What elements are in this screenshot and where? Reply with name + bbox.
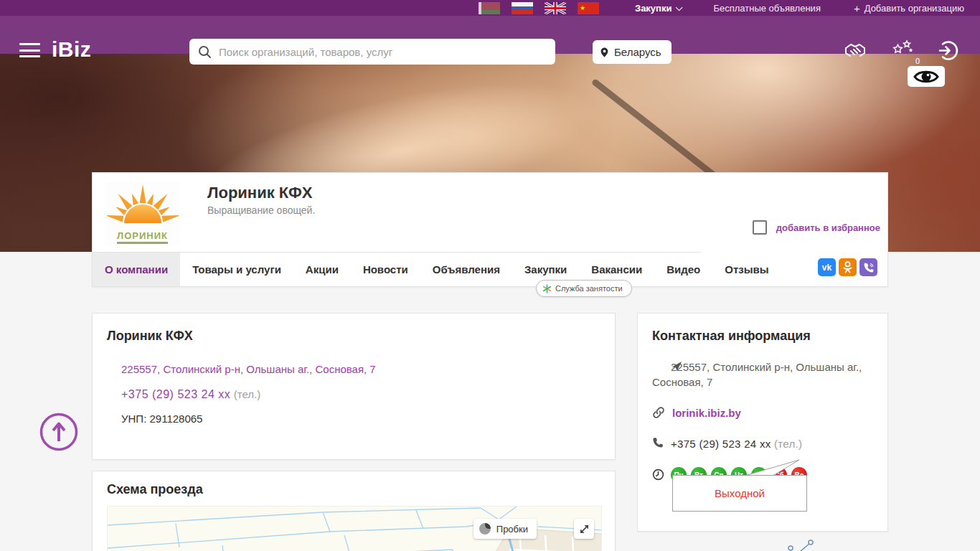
contact-phone-note: (тел.)	[774, 438, 802, 450]
contact-website-row[interactable]: lorinik.ibiz.by	[652, 405, 873, 420]
page: ★ Закупки Бесплатные объявления +Добавит…	[0, 0, 980, 551]
company-activity: Выращивание овощей.	[207, 204, 315, 216]
plus-icon: +	[854, 2, 860, 14]
search-icon	[198, 45, 212, 59]
tab-about[interactable]: О компании	[93, 252, 180, 286]
company-name: Лориник КФХ	[207, 184, 312, 202]
clock-icon	[652, 468, 664, 484]
traffic-label: Пробки	[496, 524, 528, 534]
link-icon	[652, 406, 665, 423]
contact-info-card: Контактная информация 225557, Столинский…	[637, 313, 888, 532]
decorative-illustration	[782, 538, 825, 551]
contact-website-link[interactable]: lorinik.ibiz.by	[672, 407, 741, 419]
company-phone-link[interactable]: +375 (29) 523 24 xx	[121, 388, 230, 401]
map-expand-button[interactable]	[574, 519, 594, 539]
views-eye-button[interactable]	[908, 66, 945, 87]
traffic-button[interactable]: Пробки	[473, 519, 537, 539]
site-logo[interactable]: iBiz	[52, 37, 91, 62]
language-switcher: ★	[479, 2, 599, 14]
social-links: vk	[818, 258, 877, 276]
favorite-label: добавить в избранное	[776, 222, 880, 233]
navigation-arrow-icon	[652, 360, 683, 376]
contact-title: Контактная информация	[652, 329, 873, 344]
phone-note: (тел.)	[234, 388, 260, 400]
favorites-count: 0	[915, 57, 920, 65]
expand-icon	[579, 524, 590, 534]
about-title: Лориник КФХ	[107, 329, 600, 344]
search-bar	[189, 39, 555, 65]
free-ads-link[interactable]: Бесплатные объявления	[713, 3, 820, 14]
dayoff-tooltip: Выходной	[672, 475, 807, 512]
company-address-link[interactable]: 225557, Столинский р-н, Ольшаны аг., Сос…	[121, 363, 376, 375]
phone-icon	[652, 437, 664, 452]
company-logo[interactable]: ЛОРИНИК	[105, 182, 180, 245]
employment-service-label: Служба занятости	[555, 284, 623, 293]
location-pin-icon	[600, 46, 609, 59]
about-company-card: Лориник КФХ 225557, Столинский р-н, Ольш…	[92, 313, 616, 460]
employment-service-tooltip: Служба занятости	[536, 280, 632, 297]
tab-news[interactable]: Новости	[351, 252, 420, 286]
search-input[interactable]	[219, 46, 547, 58]
sun-logo-icon	[107, 182, 179, 226]
flag-china-icon[interactable]: ★	[578, 2, 599, 14]
add-organization-link[interactable]: +Добавить организацию	[854, 2, 964, 14]
map-title: Схема проезда	[107, 482, 600, 497]
region-label: Беларусь	[614, 46, 661, 58]
login-icon[interactable]	[938, 40, 958, 64]
traffic-light-icon	[479, 523, 491, 534]
arrow-up-icon	[39, 412, 79, 452]
tab-ads[interactable]: Объявления	[420, 252, 512, 286]
contact-phone-row: +375 (29) 523 24 xx (тел.)	[652, 436, 873, 451]
header-actions: 0	[843, 39, 958, 64]
flag-belarus-icon[interactable]	[479, 2, 500, 14]
tab-promos[interactable]: Акции	[293, 252, 351, 286]
tab-reviews[interactable]: Отзывы	[712, 252, 781, 286]
viber-icon[interactable]	[859, 258, 877, 276]
company-logo-text: ЛОРИНИК	[117, 230, 168, 244]
region-selector-button[interactable]: Беларусь	[593, 40, 672, 64]
map-canvas[interactable]: Пробки	[107, 506, 602, 551]
company-unp: УНП: 291128065	[121, 413, 600, 425]
main-header: iBiz Беларусь 0	[0, 16, 980, 54]
scroll-to-top-button[interactable]	[39, 412, 79, 452]
eye-icon	[913, 69, 939, 85]
odnoklassniki-icon[interactable]	[839, 258, 857, 276]
favorite-checkbox[interactable]	[753, 220, 767, 235]
tab-products[interactable]: Товары и услуги	[180, 252, 293, 286]
procurement-menu[interactable]: Закупки	[635, 3, 680, 14]
favorites-stars-icon[interactable]: 0	[892, 39, 913, 64]
flag-russia-icon[interactable]	[512, 2, 533, 14]
employment-service-icon	[542, 284, 552, 293]
flag-united-kingdom-icon[interactable]	[545, 2, 566, 14]
partners-handshake-icon[interactable]	[843, 39, 867, 64]
chevron-down-icon	[676, 4, 683, 11]
company-card: ЛОРИНИК Лориник КФХ Выращивание овощей. …	[92, 172, 888, 287]
vk-icon[interactable]: vk	[818, 258, 836, 276]
contact-address-row: 225557, Столинский р-н, Ольшаны аг., Сос…	[652, 359, 873, 390]
company-tabs: О компании Товары и услуги Акции Новости…	[93, 252, 889, 286]
map-card: Схема проезда	[92, 471, 616, 551]
hamburger-menu-icon[interactable]	[19, 43, 40, 57]
tab-video[interactable]: Видео	[654, 252, 712, 286]
add-to-favorites[interactable]: добавить в избранное	[753, 220, 880, 235]
top-bar: ★ Закупки Бесплатные объявления +Добавит…	[0, 0, 980, 16]
contact-address: 225557, Столинский р-н, Ольшаны аг., Сос…	[652, 361, 862, 388]
contact-phone[interactable]: +375 (29) 523 24 xx	[671, 438, 771, 450]
